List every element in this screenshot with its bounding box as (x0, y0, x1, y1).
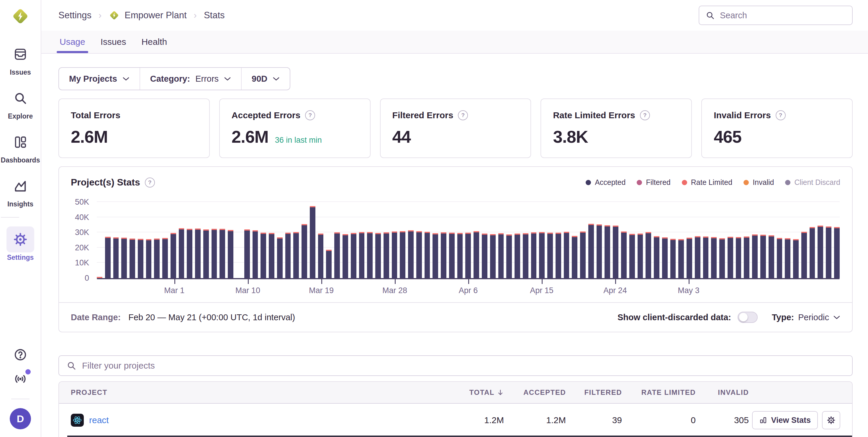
stat-card-invalid-errors: Invalid Errors?465 (701, 99, 852, 158)
rate-limited-cap (727, 237, 733, 238)
tab-issues[interactable]: Issues (99, 31, 127, 53)
chart-bar (416, 231, 422, 278)
column-header-accepted[interactable]: ACCEPTED (504, 388, 566, 397)
chart-bar (195, 229, 200, 278)
projects-table: PROJECTTOTALACCEPTEDFILTEREDRATE LIMITED… (58, 381, 852, 437)
tab-usage[interactable]: Usage (58, 31, 87, 53)
rate-limited-cap (564, 232, 569, 233)
sidebar-nav: IssuesExploreDashboardsInsightsSettings (1, 41, 40, 270)
column-header-invalid[interactable]: INVALID (696, 388, 749, 397)
rate-limited-cap (367, 232, 373, 233)
sidebar-item-insights[interactable]: Insights (1, 173, 40, 208)
help-circle-icon[interactable]: ? (458, 110, 468, 120)
rate-limited-cap (506, 234, 512, 236)
legend-item-invalid[interactable]: Invalid (743, 178, 774, 187)
column-header-filtered[interactable]: FILTERED (566, 388, 622, 397)
chart-bar (662, 237, 668, 278)
type-dropdown[interactable]: Type: Periodic (772, 312, 840, 322)
legend-item-accepted[interactable]: Accepted (586, 178, 625, 187)
chevron-down-icon (122, 77, 129, 81)
global-search-input[interactable] (719, 10, 845, 21)
rate-limited-cap (801, 232, 807, 233)
breadcrumb: Settings › Empower Plant › Stats (58, 10, 225, 21)
rate-limited-cap (343, 234, 348, 235)
chart-bar (736, 237, 741, 278)
stat-card-title: Invalid Errors (714, 110, 771, 120)
legend-item-filtered[interactable]: Filtered (637, 178, 670, 187)
x-axis-tick (174, 279, 175, 284)
view-stats-button[interactable]: View Stats (752, 411, 818, 429)
project-filter[interactable] (58, 355, 852, 376)
stat-card-note: 36 in last min (275, 136, 322, 145)
chart-bar (490, 234, 496, 278)
y-axis-label: 40K (68, 212, 89, 222)
date-range-dropdown[interactable]: 90D (241, 68, 290, 90)
breadcrumb-settings[interactable]: Settings (58, 10, 91, 21)
client-discard-toggle[interactable] (738, 312, 758, 323)
chart-bar (760, 235, 766, 278)
help-button[interactable] (13, 348, 27, 362)
tab-health[interactable]: Health (140, 31, 168, 53)
legend-dot (682, 180, 687, 185)
chart-bar (219, 229, 225, 278)
rate-limited-cap (129, 239, 135, 240)
help-circle-icon[interactable]: ? (776, 110, 786, 120)
sidebar-item-settings[interactable]: Settings (1, 227, 40, 262)
breadcrumb-project[interactable]: Empower Plant (108, 10, 186, 21)
y-axis-label: 50K (68, 197, 89, 207)
chart-bar (523, 233, 528, 278)
chart-bar (744, 236, 749, 278)
sidebar-item-explore[interactable]: Explore (1, 85, 40, 120)
legend-item-client-discard[interactable]: Client Discard (785, 178, 840, 187)
sidebar-item-dashboards[interactable]: Dashboards (1, 129, 40, 164)
global-search[interactable] (699, 6, 852, 25)
rate-limited-cap (179, 228, 184, 229)
stat-card-title: Total Errors (71, 110, 120, 120)
rate-limited-cap (416, 231, 422, 232)
project-settings-button[interactable] (822, 411, 840, 429)
x-axis-tick (615, 279, 616, 284)
column-header-project[interactable]: PROJECT (71, 388, 448, 397)
project-link[interactable]: react (89, 415, 109, 425)
sort-desc-icon (497, 389, 504, 396)
chart-bar (146, 239, 152, 278)
issues-icon (6, 41, 34, 67)
rate-limited-cap (113, 237, 119, 239)
stat-card-accepted-errors: Accepted Errors?2.6M36 in last min (219, 99, 371, 158)
notification-dot (25, 369, 31, 374)
column-header-total[interactable]: TOTAL (448, 388, 504, 397)
page-content: My Projects Category: Errors 90D Total E… (41, 54, 868, 437)
stat-card-title: Rate Limited Errors (553, 110, 635, 120)
project-scope-dropdown[interactable]: My Projects (59, 68, 140, 90)
legend-dot (743, 180, 749, 185)
rate-limited-cap (793, 239, 799, 240)
chart-bar (367, 232, 373, 278)
chart-header: Project(s) Stats ? AcceptedFilteredRate … (59, 167, 852, 190)
rate-limited-cap (392, 232, 397, 233)
chart-bar (170, 233, 176, 278)
rate-limited-cap (547, 233, 553, 234)
legend-item-rate-limited[interactable]: Rate Limited (682, 178, 732, 187)
stat-card-title: Filtered Errors (393, 110, 454, 120)
rate-limited-cap (457, 233, 463, 234)
cell-accepted: 1.2M (504, 415, 566, 425)
rate-limited-cap (834, 227, 840, 228)
user-avatar[interactable]: D (10, 408, 31, 429)
breadcrumb-current: Stats (204, 10, 225, 21)
help-circle-icon[interactable]: ? (305, 110, 315, 120)
chart-bar (785, 238, 790, 278)
category-dropdown[interactable]: Category: Errors (140, 68, 241, 90)
sidebar-item-label: Insights (7, 200, 33, 208)
app-logo[interactable] (11, 6, 30, 26)
rate-limited-cap (695, 236, 701, 237)
sidebar-item-issues[interactable]: Issues (1, 41, 40, 76)
chart-bar (588, 224, 594, 278)
project-filter-input[interactable] (82, 360, 844, 371)
chart-bar (834, 227, 840, 278)
column-header-rate-limited[interactable]: RATE LIMITED (622, 388, 696, 397)
chevron-down-icon (273, 77, 280, 81)
whats-new-button[interactable] (13, 372, 27, 386)
chart-help-icon[interactable]: ? (145, 177, 155, 188)
sidebar-item-label: Settings (7, 254, 34, 262)
help-circle-icon[interactable]: ? (640, 110, 650, 120)
